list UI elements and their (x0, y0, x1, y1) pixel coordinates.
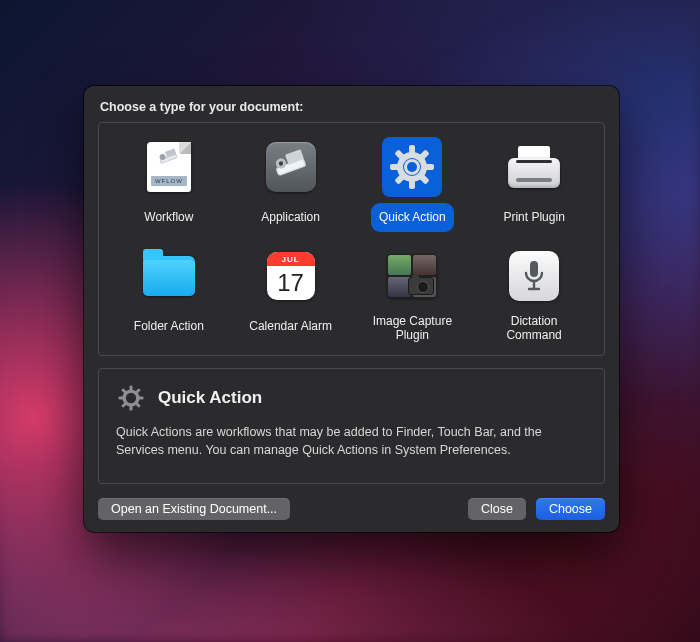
calendar-alarm-icon: JUL17 (261, 246, 321, 306)
info-description: Quick Actions are workflows that may be … (116, 423, 587, 459)
open-existing-button[interactable]: Open an Existing Document... (98, 498, 290, 520)
workflow-icon: WFLOW (139, 137, 199, 197)
print-plugin-icon (504, 137, 564, 197)
type-label: Quick Action (371, 203, 454, 232)
dialog-footer: Open an Existing Document... Close Choos… (98, 498, 605, 520)
type-label: Print Plugin (495, 203, 572, 232)
type-calendar-alarm[interactable]: JUL17 Calendar Alarm (233, 242, 349, 349)
dictation-icon (504, 246, 564, 306)
type-grid: WFLOW Workflow Application (111, 133, 592, 349)
type-quick-action[interactable]: Quick Action (355, 133, 471, 236)
dialog-prompt: Choose a type for your document: (100, 100, 605, 114)
type-folder-action[interactable]: Folder Action (111, 242, 227, 349)
info-title: Quick Action (158, 388, 262, 408)
type-workflow[interactable]: WFLOW Workflow (111, 133, 227, 236)
type-image-capture-plugin[interactable]: Image Capture Plugin (355, 242, 471, 349)
type-grid-frame: WFLOW Workflow Application (98, 122, 605, 356)
type-label: Folder Action (126, 312, 212, 341)
quick-action-icon (382, 137, 442, 197)
info-panel: Quick Action Quick Actions are workflows… (98, 368, 605, 484)
svg-rect-20 (530, 261, 538, 277)
choose-button[interactable]: Choose (536, 498, 605, 520)
gear-icon (116, 383, 146, 413)
type-print-plugin[interactable]: Print Plugin (476, 133, 592, 236)
type-label: Dictation Command (478, 312, 590, 345)
type-label: Image Capture Plugin (357, 312, 469, 345)
svg-point-32 (128, 395, 134, 401)
type-label: Application (253, 203, 328, 232)
svg-point-19 (407, 162, 417, 172)
application-icon (261, 137, 321, 197)
folder-action-icon (139, 246, 199, 306)
image-capture-icon (382, 246, 442, 306)
type-application[interactable]: Application (233, 133, 349, 236)
type-dictation-command[interactable]: Dictation Command (476, 242, 592, 349)
new-document-dialog: Choose a type for your document: WFLOW W… (84, 86, 619, 532)
type-label: Workflow (136, 203, 201, 232)
type-label: Calendar Alarm (241, 312, 340, 341)
close-button[interactable]: Close (468, 498, 526, 520)
